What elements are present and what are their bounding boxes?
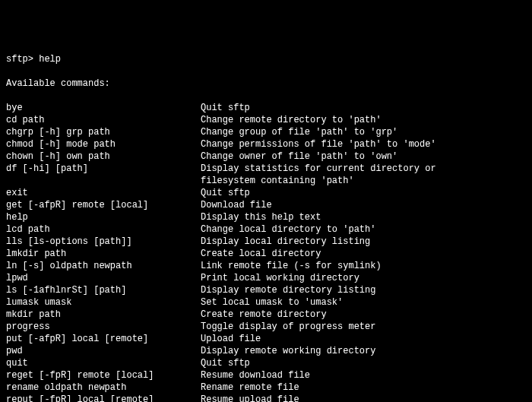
command-row: lumask umaskSet local umask to 'umask'	[6, 296, 526, 309]
command-name: lpwd	[6, 272, 201, 284]
command-row: helpDisplay this help text	[6, 211, 526, 223]
command-description: Change group of file 'path' to 'grp'	[201, 126, 397, 138]
command-description: Display this help text	[201, 211, 321, 223]
command-description: Resume download file	[201, 369, 310, 381]
command-name: ls [-1afhlnrSt] [path]	[6, 284, 201, 296]
command-name: lumask umask	[6, 296, 201, 309]
command-name: quit	[6, 357, 201, 369]
command-description: Set local umask to 'umask'	[201, 296, 343, 309]
command-description: Display local directory listing	[201, 236, 370, 248]
command-description: Quit sftp	[201, 357, 250, 369]
command-name: reput [-fpR] local [remote]	[6, 394, 201, 402]
command-name: pwd	[6, 345, 201, 357]
command-row: mkdir pathCreate remote directory	[6, 309, 526, 321]
command-name: mkdir path	[6, 309, 201, 321]
command-name: lls [ls-options [path]]	[6, 236, 201, 248]
command-row: quitQuit sftp	[6, 357, 526, 369]
command-name: put [-afpR] local [remote]	[6, 333, 201, 345]
command-name: exit	[6, 187, 201, 199]
command-row: pwdDisplay remote working directory	[6, 345, 526, 357]
command-row: filesystem containing 'path'	[6, 175, 526, 187]
command-description: Print local working directory	[201, 272, 359, 284]
command-row: ln [-s] oldpath newpathLink remote file …	[6, 260, 526, 272]
command-name: progress	[6, 321, 201, 333]
command-name: rename oldpath newpath	[6, 381, 201, 394]
command-name: lmkdir path	[6, 248, 201, 260]
command-name: chgrp [-h] grp path	[6, 126, 201, 138]
command-name: get [-afpR] remote [local]	[6, 199, 201, 211]
command-description: Quit sftp	[201, 187, 250, 199]
command-name: chmod [-h] mode path	[6, 138, 201, 150]
command-name: cd path	[6, 114, 201, 126]
command-description: Quit sftp	[201, 102, 250, 114]
command-description: Link remote file (-s for symlink)	[201, 260, 382, 272]
command-name	[6, 175, 201, 187]
command-name: ln [-s] oldpath newpath	[6, 260, 201, 272]
command-name: lcd path	[6, 223, 201, 236]
command-description: Display remote directory listing	[201, 284, 375, 296]
command-description: Change owner of file 'path' to 'own'	[201, 150, 397, 163]
command-list: byeQuit sftpcd pathChange remote directo…	[6, 102, 526, 402]
command-row: reput [-fpR] local [remote]Resume upload…	[6, 394, 526, 402]
command-description: Create remote directory	[201, 309, 327, 321]
command-description: Upload file	[201, 333, 261, 345]
command-name: df [-hi] [path]	[6, 163, 201, 175]
command-description: Change permissions of file 'path' to 'mo…	[201, 138, 436, 150]
command-row: progressToggle display of progress meter	[6, 321, 526, 333]
command-row: lcd pathChange local directory to 'path'	[6, 223, 526, 236]
command-description: Download file	[201, 199, 272, 211]
command-row: put [-afpR] local [remote]Upload file	[6, 333, 526, 345]
command-row: byeQuit sftp	[6, 102, 526, 114]
command-row: get [-afpR] remote [local]Download file	[6, 199, 526, 211]
command-description: Display statistics for current directory…	[201, 163, 436, 175]
command-description: Resume upload file	[201, 394, 299, 402]
command-description: Create local directory	[201, 248, 321, 260]
command-row: reget [-fpR] remote [local]Resume downlo…	[6, 369, 526, 381]
command-row: lmkdir pathCreate local directory	[6, 248, 526, 260]
command-row: ls [-1afhlnrSt] [path]Display remote dir…	[6, 284, 526, 296]
command-row: chown [-h] own pathChange owner of file …	[6, 150, 526, 163]
command-row: cd pathChange remote directory to 'path'	[6, 114, 526, 126]
command-description: Rename remote file	[201, 381, 299, 394]
command-row: df [-hi] [path]Display statistics for cu…	[6, 163, 526, 175]
command-row: chmod [-h] mode pathChange permissions o…	[6, 138, 526, 150]
command-row: lpwdPrint local working directory	[6, 272, 526, 284]
command-row: lls [ls-options [path]]Display local dir…	[6, 236, 526, 248]
command-name: help	[6, 211, 201, 223]
prompt-line: sftp> help	[6, 53, 526, 65]
command-description: filesystem containing 'path'	[201, 175, 354, 187]
command-row: rename oldpath newpathRename remote file	[6, 381, 526, 394]
available-commands-heading: Available commands:	[6, 78, 526, 90]
command-description: Toggle display of progress meter	[201, 321, 375, 333]
command-description: Change remote directory to 'path'	[201, 114, 382, 126]
command-name: chown [-h] own path	[6, 150, 201, 163]
command-row: chgrp [-h] grp pathChange group of file …	[6, 126, 526, 138]
command-row: exitQuit sftp	[6, 187, 526, 199]
command-name: bye	[6, 102, 201, 114]
command-description: Display remote working directory	[201, 345, 375, 357]
command-description: Change local directory to 'path'	[201, 223, 375, 236]
command-name: reget [-fpR] remote [local]	[6, 369, 201, 381]
